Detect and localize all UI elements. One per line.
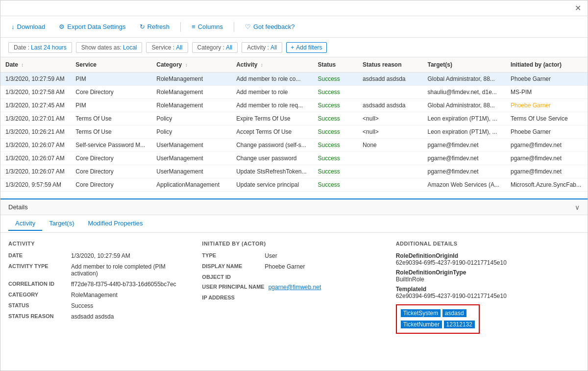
activity-filter-value: All xyxy=(270,44,277,51)
col-header-service[interactable]: Service xyxy=(71,57,151,73)
detail-status-row: STATUS Success xyxy=(8,302,192,309)
detail-category-row: CATEGORY RoleManagement xyxy=(8,292,192,298)
cell-actor: Phoebe Garner xyxy=(506,73,588,86)
details-collapse-button[interactable]: ∨ xyxy=(575,203,580,211)
col-header-actor[interactable]: Initiated by (actor) xyxy=(506,57,588,73)
table-row[interactable]: 1/3/2020, 9:57:59 AMCore DirectoryApplic… xyxy=(0,178,588,192)
cell-status: Success xyxy=(313,73,358,86)
template-id-value: 62e90394-69f5-4237-9190-012177145e10 xyxy=(396,293,580,299)
col-header-activity[interactable]: Activity ↕ xyxy=(231,57,313,73)
table-header-row: Date ↕ Service Category ↕ Activity ↕ xyxy=(0,57,588,73)
tab-modified-properties[interactable]: Modified Properties xyxy=(81,217,149,231)
details-content: ACTIVITY DATE 1/3/2020, 10:27:59 AM ACTI… xyxy=(0,233,588,371)
table-row[interactable]: 1/3/2020, 10:26:21 AMTerms Of UsePolicyA… xyxy=(0,125,588,139)
cell-actor: Microsoft.Azure.SyncFab... xyxy=(506,178,588,192)
date-filter[interactable]: Date : Last 24 hours xyxy=(8,42,72,53)
columns-icon: ≡ xyxy=(192,23,196,30)
cell-service: Core Directory xyxy=(71,152,151,165)
table-area: Date ↕ Service Category ↕ Activity ↕ xyxy=(0,57,588,199)
role-def-origin-type-block: RoleDefinitionOriginType BuiltInRole xyxy=(396,269,580,283)
detail-display-name-value: Phoebe Garner xyxy=(265,263,305,270)
initiated-section-title: INITIATED BY (ACTOR) xyxy=(202,241,386,247)
cell-targets: pgarne@fimdev.net xyxy=(422,165,506,178)
details-tabs: Activity Target(s) Modified Properties xyxy=(0,215,588,233)
table-row[interactable]: 1/3/2020, 10:26:07 AMCore DirectoryUserM… xyxy=(0,152,588,165)
col-header-status[interactable]: Status xyxy=(313,57,358,73)
cell-status: Success xyxy=(313,99,358,112)
add-filter-icon: + xyxy=(291,44,294,51)
cell-activity: Update StsRefreshToken... xyxy=(231,165,313,178)
add-filter-button[interactable]: + Add filters xyxy=(286,42,326,53)
export-button[interactable]: ⚙ Export Data Settings xyxy=(56,21,128,32)
audit-table: Date ↕ Service Category ↕ Activity ↕ xyxy=(0,57,588,192)
separator1 xyxy=(180,22,181,32)
cell-activity: Change user password xyxy=(231,152,313,165)
ticket-number-label: TicketNumber xyxy=(401,321,442,328)
download-button[interactable]: ↓ Download xyxy=(8,21,48,32)
cell-targets: pgarne@fimdev.net xyxy=(422,139,506,152)
service-filter-label: Service : xyxy=(151,44,174,51)
show-dates-filter[interactable]: Show dates as: Local xyxy=(76,42,143,53)
table-row[interactable]: 1/3/2020, 10:26:07 AMCore DirectoryUserM… xyxy=(0,165,588,178)
additional-section-title: ADDITIONAL DETAILS xyxy=(396,241,580,247)
cell-targets: Amazon Web Services (A... xyxy=(422,178,506,192)
cell-date: 1/3/2020, 10:26:21 AM xyxy=(0,125,71,139)
cell-status: Success xyxy=(313,125,358,139)
refresh-button[interactable]: ↻ Refresh xyxy=(137,21,173,32)
cell-actor: pgarne@fimdev.net xyxy=(506,139,588,152)
table-row[interactable]: 1/3/2020, 10:26:07 AMSelf-service Passwo… xyxy=(0,139,588,152)
cell-actor: Terms Of Use Service xyxy=(506,112,588,125)
download-icon: ↓ xyxy=(11,23,15,30)
cell-status-reason xyxy=(358,178,422,192)
table-row[interactable]: 1/3/2020, 10:27:01 AMTerms Of UsePolicyE… xyxy=(0,112,588,125)
detail-type-row: TYPE User xyxy=(202,252,386,259)
feedback-label: Got feedback? xyxy=(253,23,295,30)
cell-service: Self-service Password M... xyxy=(71,139,151,152)
ticket-system-value: asdasd xyxy=(442,309,466,317)
cell-targets: Global Administrator, 88... xyxy=(422,99,506,112)
cell-category: ApplicationManagement xyxy=(151,178,231,192)
close-button[interactable]: ✕ xyxy=(572,2,584,14)
category-filter[interactable]: Category : All xyxy=(192,42,238,53)
main-content: Date ↕ Service Category ↕ Activity ↕ xyxy=(0,57,588,371)
add-filter-label: Add filters xyxy=(296,44,322,51)
detail-correlation-value: ff72de78-f375-44f0-b733-16d6055bc7ec xyxy=(71,281,176,288)
table-row[interactable]: 1/3/2020, 10:27:45 AMPIMRoleManagementAd… xyxy=(0,99,588,112)
detail-object-id-row: OBJECT ID xyxy=(202,274,386,280)
cell-category: RoleManagement xyxy=(151,86,231,99)
col-header-status-reason[interactable]: Status reason xyxy=(358,57,422,73)
detail-type-value: User xyxy=(265,252,277,259)
detail-display-name-row: DISPLAY NAME Phoebe Garner xyxy=(202,263,386,270)
cell-category: Policy xyxy=(151,112,231,125)
main-window: ✕ ↓ Download ⚙ Export Data Settings ↻ Re… xyxy=(0,0,588,371)
activity-filter-label: Activity : xyxy=(247,44,269,51)
table-row[interactable]: 1/3/2020, 10:27:59 AMPIMRoleManagementAd… xyxy=(0,73,588,86)
role-def-origin-id-label: RoleDefinitionOriginId xyxy=(396,252,580,259)
columns-button[interactable]: ≡ Columns xyxy=(189,21,226,32)
tab-targets[interactable]: Target(s) xyxy=(42,217,81,231)
tab-activity[interactable]: Activity xyxy=(8,217,42,231)
detail-upn-value[interactable]: pgarne@fimweb.net xyxy=(269,284,321,291)
activity-filter[interactable]: Activity : All xyxy=(242,42,282,53)
detail-correlation-row: CORRELATION ID ff72de78-f375-44f0-b733-1… xyxy=(8,281,192,288)
col-header-category[interactable]: Category ↕ xyxy=(151,57,231,73)
activity-col: ACTIVITY DATE 1/3/2020, 10:27:59 AM ACTI… xyxy=(8,241,202,363)
detail-date-value: 1/3/2020, 10:27:59 AM xyxy=(71,252,130,259)
cell-status-reason: <null> xyxy=(358,112,422,125)
feedback-button[interactable]: ♡ Got feedback? xyxy=(242,21,298,32)
cell-status-reason xyxy=(358,165,422,178)
cell-activity: Accept Terms Of Use xyxy=(231,125,313,139)
table-row[interactable]: 1/3/2020, 10:27:58 AMCore DirectoryRoleM… xyxy=(0,86,588,99)
service-filter[interactable]: Service : All xyxy=(146,42,188,53)
detail-status-reason-value: asdsadd asdsda xyxy=(71,313,114,320)
cell-status: Success xyxy=(313,165,358,178)
cell-activity: Add member to role co... xyxy=(231,73,313,86)
refresh-label: Refresh xyxy=(147,23,170,30)
cell-category: UserManagement xyxy=(151,165,231,178)
col-header-date[interactable]: Date ↕ xyxy=(0,57,71,73)
ticket-system-label: TicketSystem xyxy=(401,309,441,317)
initiated-col: INITIATED BY (ACTOR) TYPE User DISPLAY N… xyxy=(202,241,395,363)
cell-actor: pgarne@fimdev.net xyxy=(506,152,588,165)
col-header-targets[interactable]: Target(s) xyxy=(422,57,506,73)
cell-activity: Add member to role req... xyxy=(231,99,313,112)
